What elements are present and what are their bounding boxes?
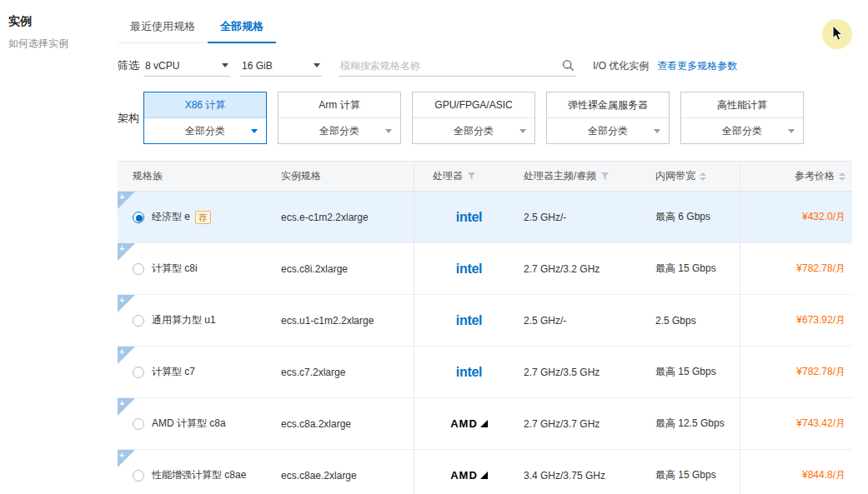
architecture-label: 架构 bbox=[118, 92, 143, 144]
intel-logo: intel bbox=[456, 262, 482, 277]
price-value: ¥844.8/月 bbox=[802, 468, 845, 482]
spec-table: 规格族 实例规格 处理器 处理器主频/睿频 内网带宽 bbox=[118, 161, 852, 494]
arch-card-category-select[interactable]: 全部分类 bbox=[547, 118, 669, 143]
arch-card-category: 全部分类 bbox=[722, 124, 762, 138]
architecture-row: 架构 X86 计算 全部分类 Arm 计算 全部分类 GPU/FPGA/ASIC bbox=[118, 92, 804, 144]
table-row[interactable]: + 计算型 c8i ecs.c8i.2xlarge intel 2.7 GHz/… bbox=[118, 243, 852, 295]
row-radio[interactable] bbox=[133, 315, 144, 327]
table-row[interactable]: + AMD 计算型 c8a ecs.c8a.2xlarge AMD 2.7 GH… bbox=[118, 398, 852, 450]
vcpu-select[interactable]: 8 vCPU bbox=[143, 55, 230, 77]
row-radio[interactable] bbox=[133, 212, 144, 223]
arch-card-name[interactable]: X86 计算 bbox=[144, 92, 266, 118]
family-name: 计算型 c7 bbox=[152, 365, 195, 379]
filter-label: 筛选 bbox=[118, 58, 143, 73]
table-row[interactable]: + 计算型 c7 ecs.c7.2xlarge intel 2.7 GHz/3.… bbox=[118, 347, 852, 398]
arch-card-x86[interactable]: X86 计算 全部分类 bbox=[143, 92, 267, 144]
more-spec-params-link[interactable]: 查看更多规格参数 bbox=[657, 59, 737, 73]
search-icon[interactable] bbox=[562, 59, 574, 74]
row-radio[interactable] bbox=[133, 418, 144, 430]
arch-card-name[interactable]: GPU/FPGA/ASIC bbox=[413, 92, 534, 118]
architecture-cards: X86 计算 全部分类 Arm 计算 全部分类 GPU/FPGA/ASIC 全部… bbox=[143, 92, 804, 144]
price-value: ¥782.78/月 bbox=[796, 365, 845, 379]
spec-tabs: 最近使用规格 全部规格 bbox=[118, 13, 276, 43]
memory-select[interactable]: 16 GiB bbox=[240, 55, 322, 77]
price-value: ¥782.78/月 bbox=[796, 262, 845, 276]
arch-card-category: 全部分类 bbox=[588, 124, 628, 138]
table-row[interactable]: + 性能增强计算型 c8ae ecs.c8ae.2xlarge AMD 3.4 … bbox=[118, 450, 852, 494]
frequency-value: 2.7 GHz/3.5 GHz bbox=[524, 367, 600, 378]
row-radio[interactable] bbox=[133, 263, 144, 275]
arch-card-category-select[interactable]: 全部分类 bbox=[144, 118, 266, 143]
amd-logo: AMD bbox=[450, 417, 488, 430]
header-processor: 处理器 bbox=[414, 162, 524, 191]
arch-card-hpc[interactable]: 高性能计算 全部分类 bbox=[680, 92, 804, 144]
instance-spec: ecs.c8i.2xlarge bbox=[281, 263, 348, 275]
price-value: ¥432.0/月 bbox=[802, 210, 845, 224]
arch-card-name[interactable]: 弹性裸金属服务器 bbox=[547, 92, 669, 118]
tab-all-specs[interactable]: 全部规格 bbox=[208, 13, 276, 43]
io-optimized-label: I/O 优化实例 bbox=[593, 59, 649, 73]
corner-plus-ribbon: + bbox=[118, 398, 135, 416]
arch-card-category: 全部分类 bbox=[185, 124, 225, 138]
bandwidth-value: 最高 15 Gbps bbox=[655, 468, 716, 482]
price-value: ¥673.92/月 bbox=[796, 313, 845, 327]
page-title: 实例 bbox=[8, 14, 32, 29]
family-name: 通用算力型 u1 bbox=[152, 313, 216, 327]
corner-plus-ribbon: + bbox=[118, 192, 135, 209]
instance-spec: ecs.c8ae.2xlarge bbox=[281, 470, 357, 482]
spec-search-box bbox=[339, 55, 576, 77]
arch-card-arm[interactable]: Arm 计算 全部分类 bbox=[278, 92, 401, 144]
chevron-down-icon bbox=[654, 129, 660, 133]
arch-card-name[interactable]: 高性能计算 bbox=[681, 92, 803, 118]
spec-search-input[interactable] bbox=[339, 60, 576, 72]
amd-logo-mark bbox=[480, 472, 488, 479]
instance-spec: ecs.c8a.2xlarge bbox=[281, 418, 351, 430]
arch-card-category: 全部分类 bbox=[319, 124, 359, 138]
corner-plus-ribbon: + bbox=[118, 295, 135, 312]
chevron-down-icon bbox=[788, 129, 795, 133]
frequency-value: 2.7 GHz/3.2 GHz bbox=[524, 263, 600, 275]
header-bandwidth: 内网带宽 bbox=[655, 162, 740, 191]
header-family: 规格族 bbox=[118, 162, 281, 191]
family-name: 经济型 e bbox=[152, 210, 190, 224]
arch-card-category-select[interactable]: 全部分类 bbox=[278, 118, 400, 143]
arch-card-category-select[interactable]: 全部分类 bbox=[413, 118, 534, 143]
corner-plus-ribbon: + bbox=[118, 243, 135, 261]
corner-plus-ribbon: + bbox=[118, 347, 135, 364]
bandwidth-value: 最高 12.5 Gbps bbox=[655, 417, 725, 431]
filter-funnel-icon[interactable] bbox=[600, 172, 610, 181]
arch-card-name[interactable]: Arm 计算 bbox=[278, 92, 400, 118]
arch-card-category: 全部分类 bbox=[454, 124, 494, 138]
chevron-down-icon bbox=[251, 129, 258, 133]
recommend-badge: 荐 bbox=[195, 211, 211, 224]
sort-icon[interactable] bbox=[700, 172, 706, 181]
family-name: 计算型 c8i bbox=[152, 262, 198, 276]
spec-table-header: 规格族 实例规格 处理器 处理器主频/睿频 内网带宽 bbox=[118, 162, 852, 192]
header-frequency: 处理器主频/睿频 bbox=[524, 162, 655, 191]
sort-icon[interactable] bbox=[839, 172, 845, 181]
family-name: 性能增强计算型 c8ae bbox=[152, 468, 246, 482]
mouse-cursor bbox=[832, 25, 844, 44]
chevron-down-icon bbox=[385, 129, 392, 133]
filter-funnel-icon[interactable] bbox=[467, 172, 476, 181]
filter-row: 筛选 8 vCPU 16 GiB I/O 优化实例 查看更多规格参数 bbox=[118, 55, 737, 77]
bandwidth-value: 最高 15 Gbps bbox=[655, 365, 716, 379]
amd-logo: AMD bbox=[450, 469, 488, 482]
arch-card-category-select[interactable]: 全部分类 bbox=[681, 118, 803, 143]
row-radio[interactable] bbox=[133, 367, 144, 378]
table-row[interactable]: + 经济型 e 荐 ecs.e-c1m2.2xlarge intel 2.5 G… bbox=[118, 192, 852, 243]
header-price: 参考价格 bbox=[740, 162, 852, 191]
chevron-down-icon bbox=[519, 129, 526, 133]
row-radio[interactable] bbox=[133, 470, 144, 482]
instance-selection-panel: 实例 如何选择实例 最近使用规格 全部规格 筛选 8 vCPU 16 GiB I… bbox=[0, 0, 868, 494]
header-spec: 实例规格 bbox=[281, 162, 414, 191]
arch-card-bare-metal[interactable]: 弹性裸金属服务器 全部分类 bbox=[546, 92, 670, 144]
arch-card-gpu-fpga-asic[interactable]: GPU/FPGA/ASIC 全部分类 bbox=[412, 92, 535, 144]
tab-recent-specs[interactable]: 最近使用规格 bbox=[118, 13, 208, 42]
instance-spec: ecs.c7.2xlarge bbox=[281, 367, 345, 378]
how-to-choose-link[interactable]: 如何选择实例 bbox=[8, 37, 68, 51]
frequency-value: 3.4 GHz/3.75 GHz bbox=[524, 470, 605, 482]
table-row[interactable]: + 通用算力型 u1 ecs.u1-c1m2.2xlarge intel 2.5… bbox=[118, 295, 852, 347]
amd-logo-mark bbox=[480, 420, 488, 427]
frequency-value: 2.5 GHz/- bbox=[524, 212, 566, 223]
